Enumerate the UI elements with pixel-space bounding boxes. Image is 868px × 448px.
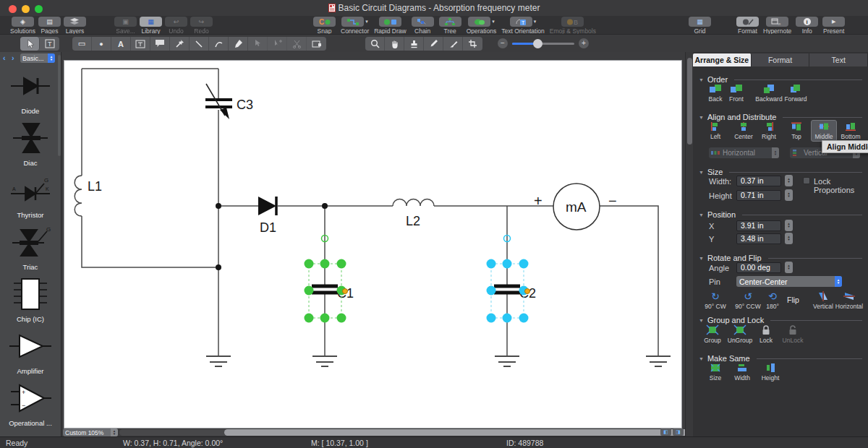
width-stepper[interactable]: ▲▼ <box>785 175 793 186</box>
pin-select[interactable]: Center-Center▲▼ <box>736 276 842 287</box>
diode-d1[interactable] <box>258 197 276 215</box>
order-front-button[interactable]: Front <box>720 84 753 103</box>
solutions-button[interactable]: ◈Solutions <box>10 17 35 35</box>
format-button[interactable]: Format <box>736 17 759 35</box>
horizontal-scrollbar-thumb[interactable] <box>224 429 716 436</box>
text-orientation-button[interactable]: T▾Text Orientation <box>501 17 545 35</box>
layers-button[interactable]: Layers <box>64 17 86 35</box>
align-left-button[interactable]: Left <box>702 121 728 140</box>
shape-triac[interactable]: G Triac <box>0 224 61 276</box>
library-next-button[interactable]: › <box>12 53 14 62</box>
zoom-slider[interactable] <box>512 43 574 45</box>
align-center-button[interactable]: Center <box>731 121 757 140</box>
comment-tool[interactable] <box>150 37 170 51</box>
connector-button[interactable]: ▾Connector <box>341 17 369 35</box>
snap-button[interactable]: CSnap <box>313 17 336 35</box>
shape-op-amp[interactable]: +− Operational ... <box>0 380 61 432</box>
text-select-tool[interactable]: T <box>40 37 59 51</box>
chain-button[interactable]: Chain <box>412 17 434 35</box>
flip-horizontal-button[interactable]: Horizontal <box>833 291 866 310</box>
width-input[interactable]: 0.37 in <box>736 176 781 186</box>
crop-tool[interactable] <box>463 37 482 51</box>
hypernote-button[interactable]: ∞Hypernote <box>763 17 791 35</box>
rotate-180-button[interactable]: ⟲180° <box>756 291 789 310</box>
align-right-button[interactable]: Right <box>756 121 782 140</box>
tree-button[interactable]: Tree <box>439 17 461 35</box>
stamp-tool[interactable] <box>404 37 424 51</box>
position-section-header[interactable]: ▼Position <box>699 210 862 219</box>
textbox-tool[interactable] <box>131 37 150 51</box>
rapid-draw-button[interactable]: Rapid Draw <box>374 17 406 35</box>
tab-text[interactable]: Text <box>809 53 868 66</box>
lock-proportions-checkbox[interactable] <box>803 177 810 184</box>
angle-stepper[interactable]: ▲▼ <box>785 262 793 273</box>
line-tool[interactable] <box>190 37 209 51</box>
shape-edit-tool[interactable] <box>307 37 326 51</box>
zoom-out-button[interactable]: − <box>498 38 508 48</box>
shape-chip-ic[interactable]: Chip (IC) <box>0 276 61 328</box>
y-input[interactable]: 3.48 in <box>736 233 781 244</box>
eyedropper-tool[interactable] <box>424 37 443 51</box>
drawing-canvas[interactable]: L1 C3 D1 L2 C1 C2 mA + − <box>61 52 685 436</box>
vertical-scrollbar-thumb[interactable] <box>687 58 692 145</box>
shape-amplifier[interactable]: Amplifier <box>0 328 61 380</box>
pen-tool[interactable] <box>229 37 248 51</box>
page-next-button[interactable]: ◨ <box>673 428 684 436</box>
capacitor-c2[interactable] <box>494 286 520 293</box>
library-prev-button[interactable]: ‹ <box>3 53 6 62</box>
rotate-section-header[interactable]: ▼Rotate and Flip <box>699 254 862 262</box>
pan-tool[interactable] <box>385 37 404 51</box>
library-select[interactable]: Basic...▲▼ <box>20 53 55 63</box>
selection-c2[interactable] <box>487 236 530 323</box>
text-tool[interactable]: A <box>111 37 131 51</box>
align-section-header[interactable]: ▼Align and Distribute <box>699 113 862 121</box>
order-forward-button[interactable]: Forward <box>779 84 812 103</box>
zoom-in-button[interactable]: + <box>579 38 589 48</box>
selection-c1[interactable] <box>305 236 348 323</box>
order-section-header[interactable]: ▼Order <box>699 75 862 84</box>
shape-diode[interactable]: Diode <box>0 68 61 120</box>
y-stepper[interactable]: ▲▼ <box>785 233 793 244</box>
tab-format[interactable]: Format <box>752 53 810 66</box>
vertical-scrollbar[interactable] <box>685 52 693 436</box>
make-same-height-button[interactable]: Height <box>754 363 787 382</box>
ellipse-tool[interactable]: ● <box>92 37 111 51</box>
arrow-tool[interactable] <box>170 37 190 51</box>
x-stepper[interactable]: ▲▼ <box>785 220 793 231</box>
rectangle-tool[interactable]: ▭ <box>72 37 92 51</box>
group-section-header[interactable]: ▼Group and Lock <box>699 316 862 324</box>
shape-diac[interactable]: Diac <box>0 120 61 172</box>
size-section-header[interactable]: ▼Size <box>699 168 862 176</box>
align-middle-button[interactable]: Middle <box>811 120 837 142</box>
zoom-slider-thumb[interactable] <box>533 39 542 48</box>
library-button[interactable]: ▦Library <box>140 17 162 35</box>
library-select-stepper[interactable]: ▲▼ <box>48 53 55 63</box>
canvas-zoom-select[interactable]: Custom 105%▲▼ <box>63 428 118 436</box>
pages-button[interactable]: ▤Pages <box>38 17 61 35</box>
align-bottom-button[interactable]: Bottom <box>838 121 864 140</box>
angle-input[interactable]: 0.00 deg <box>736 262 781 273</box>
rotate-90cw-button[interactable]: ↻90° CW <box>699 291 732 310</box>
tab-arrange-size[interactable]: Arrange & Size <box>693 53 752 66</box>
grid-button[interactable]: ▦Grid <box>689 17 711 35</box>
canvas-zoom-stepper[interactable]: ▲▼ <box>111 428 118 436</box>
present-button[interactable]: ▶Present <box>822 17 845 35</box>
brush-tool[interactable] <box>443 37 463 51</box>
pin-select-stepper[interactable]: ▲▼ <box>835 276 842 287</box>
height-stepper[interactable]: ▲▼ <box>785 189 793 201</box>
height-input[interactable]: 0.71 in <box>736 190 781 201</box>
align-top-button[interactable]: Top <box>783 121 809 140</box>
operations-button[interactable]: ▾Operations <box>467 17 497 35</box>
capacitor-c1[interactable] <box>312 286 338 293</box>
circuit-diagram[interactable]: L1 C3 D1 L2 C1 C2 mA + − <box>61 52 685 436</box>
curve-tool[interactable] <box>209 37 229 51</box>
x-input[interactable]: 3.91 in <box>736 220 781 231</box>
zoom-tool[interactable] <box>365 37 385 51</box>
info-button[interactable]: iInfo <box>796 17 818 35</box>
shape-thyristor[interactable]: GAK Thyristor <box>0 172 61 224</box>
page-prev-button[interactable]: ◧ <box>660 428 671 436</box>
select-tool[interactable] <box>20 37 40 51</box>
horizontal-scrollbar[interactable] <box>119 429 716 436</box>
magnifier-icon <box>370 39 380 48</box>
make-same-section-header[interactable]: ▼Make Same <box>699 354 862 363</box>
